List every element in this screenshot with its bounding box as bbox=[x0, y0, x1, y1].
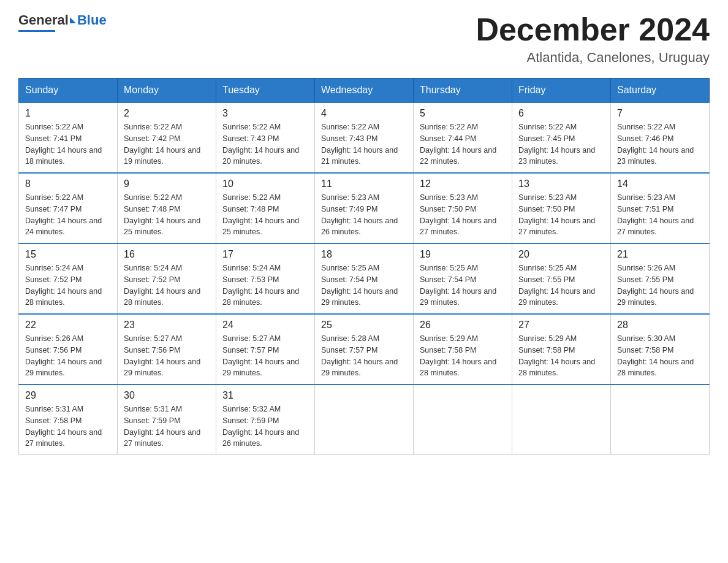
calendar-week-row-5: 29 Sunrise: 5:31 AMSunset: 7:58 PMDaylig… bbox=[19, 385, 710, 455]
calendar-cell: 8 Sunrise: 5:22 AMSunset: 7:47 PMDayligh… bbox=[19, 173, 118, 243]
weekday-header-monday: Monday bbox=[118, 79, 216, 103]
day-number: 29 bbox=[25, 390, 111, 401]
calendar-cell: 23 Sunrise: 5:27 AMSunset: 7:56 PMDaylig… bbox=[118, 314, 216, 385]
day-info: Sunrise: 5:27 AMSunset: 7:56 PMDaylight:… bbox=[124, 333, 210, 379]
day-number: 2 bbox=[124, 108, 210, 119]
calendar-cell: 9 Sunrise: 5:22 AMSunset: 7:48 PMDayligh… bbox=[118, 173, 216, 243]
calendar-cell bbox=[414, 385, 512, 455]
day-info: Sunrise: 5:23 AMSunset: 7:49 PMDaylight:… bbox=[321, 192, 407, 238]
day-info: Sunrise: 5:22 AMSunset: 7:48 PMDaylight:… bbox=[222, 192, 308, 238]
calendar-cell: 2 Sunrise: 5:22 AMSunset: 7:42 PMDayligh… bbox=[118, 102, 216, 173]
location-title: Atlantida, Canelones, Uruguay bbox=[476, 50, 710, 66]
calendar-cell: 13 Sunrise: 5:23 AMSunset: 7:50 PMDaylig… bbox=[512, 173, 611, 243]
calendar-cell: 11 Sunrise: 5:23 AMSunset: 7:49 PMDaylig… bbox=[315, 173, 414, 243]
day-info: Sunrise: 5:22 AMSunset: 7:48 PMDaylight:… bbox=[124, 192, 210, 238]
calendar-title-area: December 2024 Atlantida, Canelones, Urug… bbox=[476, 12, 710, 66]
day-info: Sunrise: 5:23 AMSunset: 7:51 PMDaylight:… bbox=[617, 192, 703, 238]
calendar-cell: 15 Sunrise: 5:24 AMSunset: 7:52 PMDaylig… bbox=[19, 243, 118, 314]
day-number: 7 bbox=[617, 108, 703, 119]
day-number: 27 bbox=[518, 320, 604, 331]
day-info: Sunrise: 5:24 AMSunset: 7:52 PMDaylight:… bbox=[25, 262, 111, 308]
day-info: Sunrise: 5:25 AMSunset: 7:54 PMDaylight:… bbox=[321, 262, 407, 308]
calendar-cell bbox=[512, 385, 611, 455]
day-number: 28 bbox=[617, 320, 703, 331]
day-info: Sunrise: 5:28 AMSunset: 7:57 PMDaylight:… bbox=[321, 333, 407, 379]
logo-general-text: General bbox=[18, 12, 69, 28]
month-title: December 2024 bbox=[476, 12, 710, 47]
calendar-cell: 1 Sunrise: 5:22 AMSunset: 7:41 PMDayligh… bbox=[19, 102, 118, 173]
day-number: 22 bbox=[25, 320, 111, 331]
day-number: 13 bbox=[518, 178, 604, 190]
calendar-cell: 21 Sunrise: 5:26 AMSunset: 7:55 PMDaylig… bbox=[611, 243, 710, 314]
day-number: 1 bbox=[25, 108, 111, 119]
day-number: 9 bbox=[124, 178, 210, 190]
day-number: 6 bbox=[518, 108, 604, 119]
day-info: Sunrise: 5:25 AMSunset: 7:54 PMDaylight:… bbox=[420, 262, 506, 308]
day-info: Sunrise: 5:23 AMSunset: 7:50 PMDaylight:… bbox=[518, 192, 604, 238]
logo-blue-text: Blue bbox=[77, 12, 107, 28]
day-number: 10 bbox=[222, 178, 308, 190]
calendar-cell: 24 Sunrise: 5:27 AMSunset: 7:57 PMDaylig… bbox=[216, 314, 315, 385]
day-info: Sunrise: 5:23 AMSunset: 7:50 PMDaylight:… bbox=[420, 192, 506, 238]
day-number: 17 bbox=[222, 249, 308, 260]
day-info: Sunrise: 5:22 AMSunset: 7:43 PMDaylight:… bbox=[222, 121, 308, 167]
day-info: Sunrise: 5:24 AMSunset: 7:52 PMDaylight:… bbox=[124, 262, 210, 308]
calendar-table: SundayMondayTuesdayWednesdayThursdayFrid… bbox=[18, 78, 710, 455]
calendar-cell: 5 Sunrise: 5:22 AMSunset: 7:44 PMDayligh… bbox=[414, 102, 512, 173]
day-number: 20 bbox=[518, 249, 604, 260]
day-info: Sunrise: 5:31 AMSunset: 7:58 PMDaylight:… bbox=[25, 404, 111, 450]
calendar-cell: 16 Sunrise: 5:24 AMSunset: 7:52 PMDaylig… bbox=[118, 243, 216, 314]
day-number: 31 bbox=[222, 390, 308, 401]
calendar-cell: 29 Sunrise: 5:31 AMSunset: 7:58 PMDaylig… bbox=[19, 385, 118, 455]
day-info: Sunrise: 5:22 AMSunset: 7:41 PMDaylight:… bbox=[25, 121, 111, 167]
day-number: 19 bbox=[420, 249, 506, 260]
day-number: 15 bbox=[25, 249, 111, 260]
day-info: Sunrise: 5:31 AMSunset: 7:59 PMDaylight:… bbox=[124, 404, 210, 450]
day-number: 25 bbox=[321, 320, 407, 331]
day-number: 30 bbox=[124, 390, 210, 401]
day-info: Sunrise: 5:26 AMSunset: 7:56 PMDaylight:… bbox=[25, 333, 111, 379]
weekday-header-tuesday: Tuesday bbox=[216, 79, 315, 103]
day-info: Sunrise: 5:32 AMSunset: 7:59 PMDaylight:… bbox=[222, 404, 308, 450]
calendar-cell: 28 Sunrise: 5:30 AMSunset: 7:58 PMDaylig… bbox=[611, 314, 710, 385]
weekday-header-sunday: Sunday bbox=[19, 79, 118, 103]
day-info: Sunrise: 5:22 AMSunset: 7:47 PMDaylight:… bbox=[25, 192, 111, 238]
day-info: Sunrise: 5:22 AMSunset: 7:45 PMDaylight:… bbox=[518, 121, 604, 167]
calendar-cell: 30 Sunrise: 5:31 AMSunset: 7:59 PMDaylig… bbox=[118, 385, 216, 455]
day-number: 16 bbox=[124, 249, 210, 260]
day-info: Sunrise: 5:24 AMSunset: 7:53 PMDaylight:… bbox=[222, 262, 308, 308]
day-number: 26 bbox=[420, 320, 506, 331]
day-info: Sunrise: 5:30 AMSunset: 7:58 PMDaylight:… bbox=[617, 333, 703, 379]
day-number: 8 bbox=[25, 178, 111, 190]
calendar-week-row-1: 1 Sunrise: 5:22 AMSunset: 7:41 PMDayligh… bbox=[19, 102, 710, 173]
day-info: Sunrise: 5:25 AMSunset: 7:55 PMDaylight:… bbox=[518, 262, 604, 308]
logo-triangle-icon bbox=[70, 17, 76, 23]
day-info: Sunrise: 5:29 AMSunset: 7:58 PMDaylight:… bbox=[518, 333, 604, 379]
logo: General Blue bbox=[18, 12, 107, 32]
day-number: 23 bbox=[124, 320, 210, 331]
day-info: Sunrise: 5:26 AMSunset: 7:55 PMDaylight:… bbox=[617, 262, 703, 308]
day-number: 5 bbox=[420, 108, 506, 119]
calendar-cell: 22 Sunrise: 5:26 AMSunset: 7:56 PMDaylig… bbox=[19, 314, 118, 385]
day-info: Sunrise: 5:22 AMSunset: 7:42 PMDaylight:… bbox=[124, 121, 210, 167]
day-number: 21 bbox=[617, 249, 703, 260]
calendar-week-row-3: 15 Sunrise: 5:24 AMSunset: 7:52 PMDaylig… bbox=[19, 243, 710, 314]
day-number: 11 bbox=[321, 178, 407, 190]
day-number: 4 bbox=[321, 108, 407, 119]
calendar-cell: 14 Sunrise: 5:23 AMSunset: 7:51 PMDaylig… bbox=[611, 173, 710, 243]
calendar-cell: 26 Sunrise: 5:29 AMSunset: 7:58 PMDaylig… bbox=[414, 314, 512, 385]
day-number: 14 bbox=[617, 178, 703, 190]
day-info: Sunrise: 5:27 AMSunset: 7:57 PMDaylight:… bbox=[222, 333, 308, 379]
calendar-cell: 27 Sunrise: 5:29 AMSunset: 7:58 PMDaylig… bbox=[512, 314, 611, 385]
weekday-header-thursday: Thursday bbox=[414, 79, 512, 103]
calendar-cell: 4 Sunrise: 5:22 AMSunset: 7:43 PMDayligh… bbox=[315, 102, 414, 173]
calendar-cell bbox=[315, 385, 414, 455]
calendar-cell: 31 Sunrise: 5:32 AMSunset: 7:59 PMDaylig… bbox=[216, 385, 315, 455]
calendar-cell: 18 Sunrise: 5:25 AMSunset: 7:54 PMDaylig… bbox=[315, 243, 414, 314]
calendar-week-row-2: 8 Sunrise: 5:22 AMSunset: 7:47 PMDayligh… bbox=[19, 173, 710, 243]
logo-underline bbox=[18, 30, 55, 32]
calendar-cell: 12 Sunrise: 5:23 AMSunset: 7:50 PMDaylig… bbox=[414, 173, 512, 243]
calendar-cell: 3 Sunrise: 5:22 AMSunset: 7:43 PMDayligh… bbox=[216, 102, 315, 173]
calendar-cell: 7 Sunrise: 5:22 AMSunset: 7:46 PMDayligh… bbox=[611, 102, 710, 173]
calendar-cell: 25 Sunrise: 5:28 AMSunset: 7:57 PMDaylig… bbox=[315, 314, 414, 385]
